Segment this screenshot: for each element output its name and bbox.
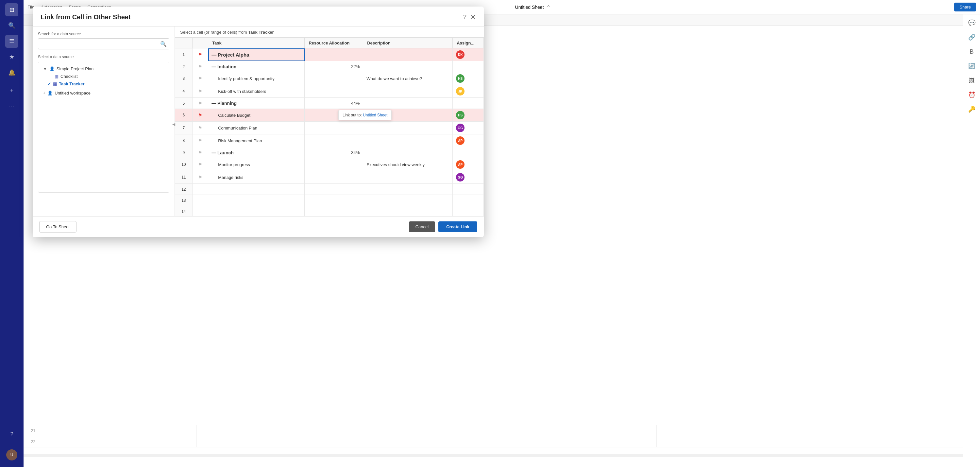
- resource-cell-7[interactable]: [305, 122, 363, 134]
- sidebar-add-icon[interactable]: +: [5, 84, 18, 97]
- col-header-assignee: Assign...: [453, 38, 484, 48]
- table-row[interactable]: 6 ⚑ Calculate Budget HS: [175, 109, 484, 122]
- flag-cell-2: ⚑: [192, 61, 208, 72]
- sidebar-home-icon[interactable]: ⊞: [5, 3, 18, 16]
- sidebar-sheets-icon[interactable]: ☰: [5, 35, 18, 48]
- resource-cell-2[interactable]: 22%: [305, 61, 363, 72]
- table-row[interactable]: 5 ⚑ — Planning 44%: [175, 98, 484, 109]
- share-button[interactable]: Share: [954, 3, 976, 11]
- row-num-11: 11: [175, 171, 192, 184]
- tree-item-task-tracker[interactable]: ✓ ▦ Task Tracker: [41, 80, 166, 88]
- resource-cell-14[interactable]: [305, 206, 363, 217]
- avatar-hs-6: HS: [456, 111, 465, 120]
- task-cell-1[interactable]: — Project Alpha: [208, 48, 305, 61]
- avatar-gg-11: GG: [456, 173, 465, 182]
- modal-help-icon[interactable]: ?: [463, 14, 466, 21]
- sidebar-avatar-icon[interactable]: U: [6, 449, 18, 461]
- tree-item-checklist[interactable]: ▦ Checklist: [41, 73, 166, 80]
- task-cell-14[interactable]: [208, 206, 305, 217]
- search-input[interactable]: [38, 38, 169, 49]
- bg-row-21-num: 21: [24, 425, 43, 436]
- title-expand-icon[interactable]: ⌃: [547, 5, 550, 10]
- table-row[interactable]: 13: [175, 195, 484, 206]
- table-row[interactable]: 1 ⚑ — Project Alpha DK: [175, 48, 484, 61]
- create-link-button[interactable]: Create Link: [438, 222, 477, 232]
- row-num-5: 5: [175, 98, 192, 109]
- comments-icon[interactable]: 💬: [966, 17, 978, 29]
- table-row[interactable]: 11 ⚑ Manage risks GG: [175, 171, 484, 184]
- resource-cell-13[interactable]: [305, 195, 363, 206]
- bold-icon[interactable]: B: [966, 46, 978, 57]
- description-cell-10[interactable]: Executives should view weekly: [363, 158, 453, 171]
- description-cell-2[interactable]: [363, 61, 453, 72]
- sidebar-star-icon[interactable]: ★: [5, 50, 18, 64]
- resource-cell-10[interactable]: [305, 158, 363, 171]
- description-cell-13[interactable]: [363, 195, 453, 206]
- bg-row-21-cell2: [197, 425, 657, 436]
- resource-cell-11[interactable]: [305, 171, 363, 184]
- task-cell-2[interactable]: — Initiation: [208, 61, 305, 72]
- task-text-2: — Initiation: [212, 64, 236, 69]
- bg-hscrollbar[interactable]: [24, 454, 963, 457]
- attachments-icon[interactable]: 🔗: [966, 31, 978, 43]
- resource-cell-12[interactable]: [305, 184, 363, 195]
- table-row[interactable]: 2 ⚑ — Initiation 22%: [175, 61, 484, 72]
- table-row[interactable]: 4 ⚑ Kick-off with stakeholders JK: [175, 85, 484, 98]
- resource-cell-4[interactable]: [305, 85, 363, 98]
- sidebar-more-icon[interactable]: ⋯: [5, 100, 18, 113]
- description-cell-5[interactable]: [363, 98, 453, 109]
- resource-cell-8[interactable]: [305, 134, 363, 147]
- tooltip-link-text[interactable]: Untitled Sheet: [363, 113, 387, 117]
- task-cell-13[interactable]: [208, 195, 305, 206]
- description-cell-7[interactable]: [363, 122, 453, 134]
- table-row[interactable]: 3 ⚑ Identify problem & opportunity What …: [175, 72, 484, 85]
- sidebar-notify-icon[interactable]: 🔔: [5, 66, 18, 79]
- description-cell-1[interactable]: [363, 48, 453, 61]
- task-cell-9[interactable]: — Launch: [208, 147, 305, 158]
- sidebar-help-icon[interactable]: ?: [5, 428, 18, 441]
- resource-cell-1[interactable]: [305, 48, 363, 61]
- task-cell-11[interactable]: Manage risks: [208, 171, 305, 184]
- table-row[interactable]: 7 ⚑ Communication Plan GG: [175, 122, 484, 134]
- task-cell-8[interactable]: Risk Management Plan: [208, 134, 305, 147]
- image-icon[interactable]: 🖼: [966, 75, 978, 86]
- tree-expand-icon: +: [43, 90, 45, 96]
- sidebar-search-icon[interactable]: 🔍: [5, 19, 18, 32]
- panel-resize-handle[interactable]: [175, 6, 176, 237]
- task-cell-3[interactable]: Identify problem & opportunity: [208, 72, 305, 85]
- description-cell-9[interactable]: [363, 147, 453, 158]
- task-cell-7[interactable]: Communication Plan: [208, 122, 305, 134]
- description-cell-11[interactable]: [363, 171, 453, 184]
- cancel-button[interactable]: Cancel: [409, 222, 435, 232]
- key-icon[interactable]: 🔑: [966, 104, 978, 115]
- schedule-icon[interactable]: ⏰: [966, 89, 978, 101]
- tree-workspace-untitled[interactable]: + 👤 Untitled workspace: [41, 89, 166, 97]
- task-cell-10[interactable]: Monitor progress: [208, 158, 305, 171]
- table-row[interactable]: 8 ⚑ Risk Management Plan AP: [175, 134, 484, 147]
- topbar-title: Untitled Sheet ⌃: [515, 5, 550, 10]
- table-row[interactable]: 14: [175, 206, 484, 217]
- resource-cell-5[interactable]: 44%: [305, 98, 363, 109]
- bg-row-22-cell1: [43, 436, 197, 447]
- go-to-sheet-button[interactable]: Go To Sheet: [39, 221, 76, 233]
- modal-close-button[interactable]: ✕: [470, 13, 476, 21]
- task-cell-5[interactable]: — Planning: [208, 98, 305, 109]
- table-row[interactable]: 9 ⚑ — Launch 34%: [175, 147, 484, 158]
- history-icon[interactable]: 🔄: [966, 60, 978, 72]
- table-row[interactable]: 12: [175, 184, 484, 195]
- description-cell-3[interactable]: What do we want to achieve?: [363, 72, 453, 85]
- description-cell-8[interactable]: [363, 134, 453, 147]
- flag-gray-icon-2: ⚑: [198, 64, 202, 69]
- resource-cell-9[interactable]: 34%: [305, 147, 363, 158]
- task-cell-6[interactable]: Calculate Budget: [208, 109, 305, 122]
- description-cell-4[interactable]: [363, 85, 453, 98]
- tree-item-checklist-label: Checklist: [60, 74, 78, 79]
- resource-cell-3[interactable]: [305, 72, 363, 85]
- description-cell-14[interactable]: [363, 206, 453, 217]
- description-cell-12[interactable]: [363, 184, 453, 195]
- tree-workspace-simple[interactable]: ▼ 👤 Simple Project Plan: [41, 65, 166, 73]
- task-cell-4[interactable]: Kick-off with stakeholders: [208, 85, 305, 98]
- table-row[interactable]: 10 ⚑ Monitor progress Executives should …: [175, 158, 484, 171]
- task-text-1: — Project Alpha: [212, 52, 249, 57]
- task-cell-12[interactable]: [208, 184, 305, 195]
